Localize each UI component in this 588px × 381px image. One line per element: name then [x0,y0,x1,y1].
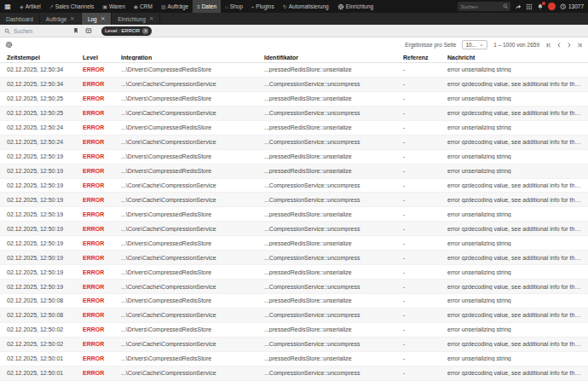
cell-message: error gzdecoding value, see additional i… [447,226,588,232]
app-logo[interactable]: ▦ [4,3,11,10]
cell-timestamp: 02.12.2025, 12:50:25 [0,110,83,116]
tab-log[interactable]: Log [82,13,112,25]
menu-item-label: Sales Channels [55,3,95,9]
avatar[interactable] [548,3,556,10]
cell-identifier: ...pressedRedisStore::unserialize [264,66,403,72]
per-page-select[interactable]: 10... [462,40,487,49]
menu-item-sales-channels[interactable]: ↗Sales Channels [45,0,99,13]
column-header-zeitstempel[interactable]: Zeitstempel [0,55,83,61]
save-filter-button[interactable] [72,27,79,34]
table-row[interactable]: 02.12.2025, 12:50:19ERROR...\Drivers\Com… [0,265,588,280]
cell-level: ERROR [83,312,121,318]
cell-level: ERROR [83,269,121,275]
column-header-referenz[interactable]: Referenz [403,55,447,61]
filter-chip-level[interactable]: Level : ERROR [101,26,152,36]
topbar: ▦ ◈Artikel↗Sales Channels▣Waren◉CRM▥Auft… [0,0,588,13]
menu-item-shop[interactable]: ⌂Shop [221,0,247,13]
grid-settings-button[interactable] [5,41,13,49]
menu-item-auftrage[interactable]: ▥Aufträge [157,0,193,13]
channels-icon: ↗ [49,4,54,9]
table-row[interactable]: 02.12.2025, 12:50:19ERROR...\Core\Cache\… [0,251,588,265]
cell-message: error unserializing string [447,168,588,174]
table-row[interactable]: 02.12.2025, 12:50:19ERROR...\Core\Cache\… [0,193,588,207]
table-row[interactable]: 02.12.2025, 12:50:25ERROR...\Drivers\Com… [0,92,588,107]
cell-message: error unserializing string [447,66,588,72]
global-search[interactable] [458,2,510,11]
cell-message: error gzdecoding value, see additional i… [447,81,588,87]
page-first-button[interactable] [545,42,552,49]
tab-dashboard[interactable]: Dashboard [0,13,40,25]
table-row[interactable]: 02.12.2025, 12:50:08ERROR...\Core\Cache\… [0,309,588,323]
table-header: ZeitstempelLevelIntegrationIdentifikator… [0,52,588,63]
global-search-input[interactable] [460,4,501,9]
table-row[interactable]: 02.12.2025, 12:50:24ERROR...\Drivers\Com… [0,121,588,136]
menu-item-crm[interactable]: ◉CRM [130,0,157,13]
menu-item-waren[interactable]: ▣Waren [98,0,130,13]
table-row[interactable]: 02.12.2025, 12:50:19ERROR...\Drivers\Com… [0,207,588,222]
notifications-button[interactable] [537,3,544,10]
table-row[interactable]: 02.12.2025, 12:50:25ERROR...\Core\Cache\… [0,107,588,121]
apps-button[interactable] [526,3,533,10]
layout-button[interactable] [85,27,92,34]
cell-timestamp: 02.12.2025, 12:50:19 [0,240,83,246]
menu-item-plugins[interactable]: +Plugins [247,0,279,13]
time-counter[interactable]: 13077 [560,3,584,10]
column-header-integration[interactable]: Integration [121,55,264,61]
table-row[interactable]: 02.12.2025, 12:50:24ERROR...\Core\Cache\… [0,136,588,150]
cell-identifier: ...pressedRedisStore::unserialize [264,95,403,101]
table-row[interactable]: 02.12.2025, 12:50:01ERROR...\Core\Cache\… [0,367,588,381]
table-layout-icon [85,27,92,34]
cell-identifier: ...CompressionService::uncompress [264,182,403,188]
menu-item-daten[interactable]: ≡Daten [193,0,221,13]
menu-item-label: Aufträge [168,3,189,9]
filter-search-input[interactable] [14,28,66,34]
tab-close-icon[interactable] [149,16,154,21]
menu-item-automatisierung[interactable]: ↻Automatisierung [279,0,333,13]
gear-icon [337,3,344,10]
menu-item-artikel[interactable]: ◈Artikel [15,0,45,13]
page-last-button[interactable] [576,42,583,49]
cell-timestamp: 02.12.2025, 12:50:19 [0,197,83,203]
chip-close-icon[interactable] [142,28,148,34]
automation-icon: ↻ [283,4,287,9]
column-header-identifikator[interactable]: Identifikator [264,55,403,61]
share-icon [515,3,522,10]
table-row[interactable]: 02.12.2025, 12:50:19ERROR...\Drivers\Com… [0,150,588,165]
share-button[interactable] [515,3,522,10]
cell-message: error unserializing string [447,240,588,246]
table-row[interactable]: 02.12.2025, 12:50:02ERROR...\Core\Cache\… [0,338,588,352]
page-prev-button[interactable] [556,42,562,49]
cell-timestamp: 02.12.2025, 12:50:19 [0,168,83,174]
table-row[interactable]: 02.12.2025, 12:50:19ERROR...\Drivers\Com… [0,236,588,251]
tab-close-icon[interactable] [101,16,106,21]
table-row[interactable]: 02.12.2025, 12:50:08ERROR...\Drivers\Com… [0,294,588,309]
column-header-level[interactable]: Level [83,55,121,61]
cell-integration: ...\Drivers\CompressedRedisStore [121,326,264,332]
page-next-button[interactable] [566,42,573,49]
table-row[interactable]: 02.12.2025, 12:50:19ERROR...\Drivers\Com… [0,165,588,179]
table-row[interactable]: 02.12.2025, 12:50:19ERROR...\Core\Cache\… [0,222,588,236]
cell-level: ERROR [83,326,121,332]
table-row[interactable]: 02.12.2025, 12:50:01ERROR...\Drivers\Com… [0,352,588,367]
cell-integration: ...\Core\Cache\CompressionService [121,284,264,290]
tab-einrichtung[interactable]: Einrichtung [112,13,160,25]
filter-chip-label: Level : ERROR [105,28,140,33]
tab-close-icon[interactable] [70,16,75,21]
menu-item-einrichtung[interactable]: Einrichtung [333,0,378,13]
table-row[interactable]: 02.12.2025, 12:50:34ERROR...\Core\Cache\… [0,78,588,92]
cell-level: ERROR [83,168,121,174]
table-row[interactable]: 02.12.2025, 12:50:19ERROR...\Core\Cache\… [0,280,588,294]
cell-identifier: ...CompressionService::uncompress [264,110,403,116]
search-icon [4,28,10,34]
cell-integration: ...\Core\Cache\CompressionService [121,182,264,188]
cell-timestamp: 02.12.2025, 12:50:24 [0,124,83,130]
table-row[interactable]: 02.12.2025, 12:50:19ERROR...\Core\Cache\… [0,179,588,193]
column-header-nachricht[interactable]: Nachricht [447,55,588,61]
table-row[interactable]: 02.12.2025, 12:50:34ERROR...\Drivers\Com… [0,63,588,78]
cell-timestamp: 02.12.2025, 12:50:01 [0,370,83,376]
table-row[interactable]: 02.12.2025, 12:50:02ERROR...\Drivers\Com… [0,323,588,338]
cell-identifier: ...pressedRedisStore::unserialize [264,326,403,332]
cell-message: error unserializing string [447,124,588,130]
tab-auftrage[interactable]: Aufträge [40,13,82,25]
page-next-icon [566,42,573,49]
